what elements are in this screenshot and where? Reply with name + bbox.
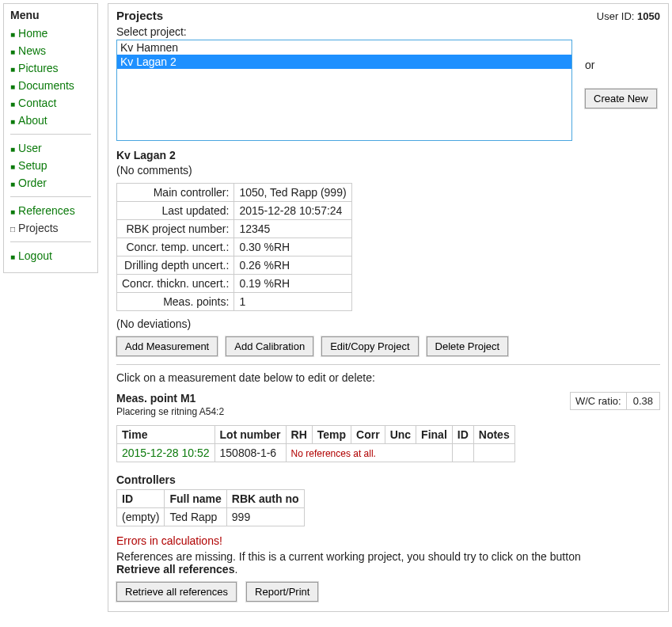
meas-hint: Click on a measurement date below to edi… <box>116 371 660 384</box>
retrieve-references-button[interactable]: Retrieve all references <box>116 582 237 602</box>
info-label: Meas. points: <box>117 293 234 311</box>
project-option[interactable]: Kv Hamnen <box>117 40 571 55</box>
column-header: RH <box>286 426 312 444</box>
info-label: Last updated: <box>117 202 234 220</box>
sidebar-item-documents[interactable]: ■Documents <box>10 77 91 94</box>
controller-auth: 999 <box>226 508 304 526</box>
sidebar-item-order[interactable]: ■Order <box>10 174 91 192</box>
main-panel: Projects User ID: 1050 Select project: K… <box>108 3 669 612</box>
user-id: User ID: 1050 <box>597 10 660 22</box>
bullet-icon: ■ <box>10 100 15 108</box>
sidebar: Menu ■Home■News■Pictures■Documents■Conta… <box>3 3 98 273</box>
sidebar-item-pictures[interactable]: ■Pictures <box>10 59 91 77</box>
no-references-note: No references at all. <box>291 448 376 459</box>
delete-project-button[interactable]: Delete Project <box>427 336 509 356</box>
sidebar-item-contact[interactable]: ■Contact <box>10 94 91 112</box>
menu-divider <box>10 134 91 135</box>
sidebar-item-label: About <box>18 114 47 127</box>
sidebar-item-label: Projects <box>18 222 59 234</box>
menu-divider <box>10 241 91 242</box>
info-value: 1050, Ted Rapp (999) <box>234 184 351 202</box>
sidebar-item-label: Setup <box>18 159 47 172</box>
page-title: Projects <box>116 9 163 22</box>
sidebar-item-label: User <box>18 142 42 154</box>
or-text: or <box>585 59 594 71</box>
measurements-table: TimeLot numberRHTempCorrUncFinalIDNotes … <box>116 425 515 462</box>
sidebar-item-logout[interactable]: ■Logout <box>10 247 91 264</box>
bullet-icon: ■ <box>10 30 15 39</box>
create-new-button[interactable]: Create New <box>585 89 657 108</box>
lot-number: 150808-1-6 <box>215 444 286 462</box>
bullet-icon: ■ <box>10 162 15 171</box>
info-value: 2015-12-28 10:57:24 <box>234 202 351 220</box>
bullet-icon: □ <box>10 225 15 234</box>
info-row: Concr. temp. uncert.:0.30 %RH <box>117 238 352 256</box>
sidebar-item-about[interactable]: ■About <box>10 112 91 129</box>
info-label: Drilling depth uncert.: <box>117 256 234 275</box>
report-print-button[interactable]: Report/Print <box>246 582 318 602</box>
column-header: ID <box>452 426 473 444</box>
sidebar-item-label: Order <box>18 177 47 189</box>
bullet-icon: ■ <box>10 253 15 261</box>
info-label: Concr. temp. uncert.: <box>117 238 234 256</box>
project-info-table: Main controller:1050, Ted Rapp (999)Last… <box>116 183 352 311</box>
info-row: Last updated:2015-12-28 10:57:24 <box>117 202 352 220</box>
add-calibration-button[interactable]: Add Calibration <box>226 336 313 356</box>
sidebar-item-home[interactable]: ■Home <box>10 25 91 42</box>
sidebar-item-user[interactable]: ■User <box>10 139 91 157</box>
bullet-icon: ■ <box>10 82 15 91</box>
table-row: (empty) Ted Rapp 999 <box>117 508 305 526</box>
bullet-icon: ■ <box>10 207 15 216</box>
sidebar-item-projects[interactable]: □Projects <box>10 219 91 237</box>
controllers-title: Controllers <box>116 473 660 486</box>
sidebar-item-label: Home <box>18 27 47 40</box>
info-label: Main controller: <box>117 184 234 202</box>
sidebar-item-references[interactable]: ■References <box>10 202 91 219</box>
controllers-table: IDFull nameRBK auth no (empty) Ted Rapp … <box>116 489 305 526</box>
info-row: Meas. points:1 <box>117 293 352 311</box>
info-value: 12345 <box>234 220 351 238</box>
column-header: Final <box>416 426 453 444</box>
sidebar-item-label: References <box>18 204 75 217</box>
sidebar-item-setup[interactable]: ■Setup <box>10 157 91 174</box>
controller-name: Ted Rapp <box>165 508 226 526</box>
info-label: RBK project number: <box>117 220 234 238</box>
sidebar-item-label: Contact <box>18 97 56 109</box>
wc-ratio: W/C ratio: 0.38 <box>570 392 660 410</box>
bullet-icon: ■ <box>10 48 15 56</box>
info-value: 0.30 %RH <box>234 238 351 256</box>
sidebar-item-news[interactable]: ■News <box>10 42 91 59</box>
info-value: 0.26 %RH <box>234 256 351 275</box>
edit-copy-project-button[interactable]: Edit/Copy Project <box>321 336 418 356</box>
measurement-time-link[interactable]: 2015-12-28 10:52 <box>122 446 210 459</box>
info-value: 0.19 %RH <box>234 275 351 293</box>
column-header: Corr <box>351 426 385 444</box>
project-listbox[interactable]: Kv HamnenKv Lagan 2 <box>116 40 572 141</box>
info-row: Main controller:1050, Ted Rapp (999) <box>117 184 352 202</box>
column-header: Lot number <box>215 426 286 444</box>
controller-id: (empty) <box>117 508 165 526</box>
info-row: RBK project number:12345 <box>117 220 352 238</box>
column-header: Unc <box>385 426 416 444</box>
sidebar-item-label: Documents <box>18 79 74 92</box>
add-measurement-button[interactable]: Add Measurement <box>116 336 218 356</box>
info-row: Concr. thickn. uncert.:0.19 %RH <box>117 275 352 293</box>
project-name: Kv Lagan 2 <box>116 149 660 162</box>
project-option[interactable]: Kv Lagan 2 <box>117 55 571 69</box>
info-row: Drilling depth uncert.:0.26 %RH <box>117 256 352 275</box>
sidebar-item-label: Logout <box>18 249 52 262</box>
meas-point-sub: Placering se ritning A54:2 <box>116 406 224 417</box>
ref-missing-text: References are missing. If this is a cur… <box>116 550 660 576</box>
column-header: Time <box>117 426 215 444</box>
menu-divider <box>10 196 91 197</box>
column-header: Notes <box>473 426 514 444</box>
divider <box>116 364 660 365</box>
bullet-icon: ■ <box>10 65 15 74</box>
errors-text: Errors in calculations! <box>116 534 660 547</box>
meas-point-title: Meas. point M1 <box>116 392 224 405</box>
project-comments: (No comments) <box>116 164 660 177</box>
no-deviations: (No deviations) <box>116 317 660 330</box>
table-row: 2015-12-28 10:52 150808-1-6 No reference… <box>117 444 515 462</box>
bullet-icon: ■ <box>10 145 15 154</box>
sidebar-item-label: News <box>18 44 46 57</box>
